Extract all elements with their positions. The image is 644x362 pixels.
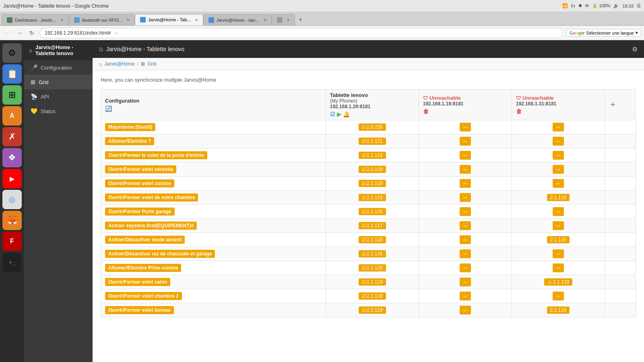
dock-icon-app4[interactable]: ✗ xyxy=(2,127,22,146)
shield-icon-col2: 🛡 xyxy=(423,95,428,101)
row-label[interactable]: Ouvrir/Fermer le volet de la porte d'ent… xyxy=(105,151,207,159)
row-label[interactable]: Activer/Désactiver rez de chaussée et ga… xyxy=(105,250,215,258)
row-empty-col xyxy=(605,261,636,275)
row-label[interactable]: Ouvrir/Fermer volet de notre chambre xyxy=(105,193,198,202)
row-version-col1: ☑ 2.1.117 xyxy=(326,219,419,233)
breadcrumb: ⌂ Jarvis@Home / ⊞ Grid xyxy=(93,58,644,70)
home-icon: ⌂ xyxy=(29,47,32,53)
tab-label: bluetooth sur RPI3... xyxy=(82,18,122,23)
version-badge: ☑ 2.0.235 xyxy=(359,123,386,131)
tab-jarvis-tablette[interactable]: Jarvis@Home - Tab... ✕ xyxy=(135,14,203,25)
version-badge: ☑ 2.1.120 xyxy=(359,264,386,272)
sync-icon[interactable]: 🔄 xyxy=(105,105,112,112)
row-version-col1: ☑ 2.1.116 xyxy=(326,233,419,247)
dock-icon-chrome[interactable]: ◎ xyxy=(2,190,22,209)
settings-gear-button[interactable]: ⚙ xyxy=(632,45,638,53)
col-header-tablette: Tablette lenovo (My Phones) 192.168.1.29… xyxy=(326,90,419,120)
row-version-col3: ↔ xyxy=(512,134,605,148)
breadcrumb-home-link[interactable]: Jarvis@Home xyxy=(104,61,135,67)
row-label[interactable]: Ouvrir/Fermer volet cuisine xyxy=(105,179,174,187)
address-input[interactable]: 192.168.1.29:8181/index.html# ☆ xyxy=(39,28,563,38)
row-label[interactable]: Ouvrir/Fermer volet véranda xyxy=(105,165,176,173)
row-version-col3: ↔ xyxy=(512,205,605,219)
row-label-cell: Allumer/Eteindre Prise cuisine xyxy=(101,261,326,275)
browser-right-tools: Google Sélectionner une langue ▾ xyxy=(566,29,641,37)
back-button[interactable]: ← xyxy=(3,29,12,37)
sidebar-item-configuration[interactable]: 🎤 Configuration xyxy=(24,60,93,75)
tab-favicon xyxy=(74,17,80,23)
tab-close[interactable]: ✕ xyxy=(60,18,64,22)
dock-icon-firefox[interactable]: 🦊 xyxy=(2,211,22,230)
dock-icon-terminal[interactable]: >_ xyxy=(2,253,22,272)
bookmark-star[interactable]: ☆ xyxy=(114,30,119,36)
row-version-col1: ☑ 2.1.120 xyxy=(326,205,419,219)
delete-col2-button[interactable]: 🗑 xyxy=(423,108,429,115)
unreachable-icon: ↔ xyxy=(460,179,471,188)
row-version-col3: ↔ xyxy=(512,289,605,303)
unreachable-icon: ↔ xyxy=(460,221,471,230)
row-label-cell: Activer/Désactiver rez de chaussée et ga… xyxy=(101,247,326,261)
row-version-col2: ↔ xyxy=(419,148,512,162)
row-label[interactable]: Activer #system.first(EQUIPEMENT)# xyxy=(105,222,197,230)
row-label-cell: Ouvrir/Fermer volet véranda xyxy=(101,162,326,177)
row-label[interactable]: Activer/Désactiver mode absent xyxy=(105,236,185,244)
row-version-col2: ↔ xyxy=(419,162,512,177)
dock-icon-youtube[interactable]: ▶ xyxy=(2,169,22,188)
translate-box[interactable]: Google Sélectionner une langue ▾ xyxy=(566,29,641,37)
row-version-col2: ↔ xyxy=(419,289,512,303)
table-row: Allumer/Eteindre 7☑ 2.1.121↔↔ xyxy=(101,134,636,148)
row-label[interactable]: Allumer/Eteindre Prise cuisine xyxy=(105,264,181,272)
checkbox-icon[interactable]: ☑ xyxy=(330,111,335,117)
forward-button[interactable]: → xyxy=(15,29,24,37)
row-label-cell: Activer/Désactiver mode absent xyxy=(101,233,326,247)
tab-jarvis-sans[interactable]: Jarvis@Home - san... ✕ xyxy=(203,14,272,25)
menu-icon[interactable]: ☰ xyxy=(637,3,641,8)
row-label[interactable]: Ouvrir/Fermer volet chambre 2 xyxy=(105,292,182,300)
row-label-cell: Allumer/Eteindre 7 xyxy=(101,134,326,148)
row-empty-col xyxy=(605,134,636,148)
row-label[interactable]: Ouvrir/Fermer volet salon xyxy=(105,278,170,286)
table-row: Activer/Désactiver rez de chaussée et ga… xyxy=(101,247,636,261)
dock-icon-notes[interactable]: 📋 xyxy=(2,64,22,84)
add-column-button[interactable]: + xyxy=(609,99,617,111)
delete-col3-button[interactable]: 🗑 xyxy=(516,108,522,115)
tab-close[interactable]: ✕ xyxy=(287,18,290,22)
row-label-cell: Ouvrir/Fermer volet cuisine xyxy=(101,177,326,191)
dock-icon-filezilla[interactable]: F xyxy=(2,232,22,251)
tab-close[interactable]: ✕ xyxy=(263,18,266,22)
tab-empty[interactable]: ✕ xyxy=(272,14,295,25)
tab-close[interactable]: ✕ xyxy=(126,18,130,22)
dock-icon-app3[interactable]: A xyxy=(2,106,22,125)
row-version-col1: ☑ 2.1.120 xyxy=(326,261,419,275)
clock: 19:33 xyxy=(622,4,634,8)
tab-dashboard[interactable]: Dashboard - Jeedo... ✕ xyxy=(2,14,69,25)
row-label[interactable]: Ouvrir/Fermer Porte garage xyxy=(105,208,175,216)
bell-icon[interactable]: 🔔 xyxy=(343,111,350,117)
row-version-col2: ↔ xyxy=(419,219,512,233)
tab-bluetooth[interactable]: bluetooth sur RPI3... ✕ xyxy=(69,14,135,25)
refresh-button[interactable]: ↻ xyxy=(27,29,36,37)
sidebar-item-api[interactable]: 📡 API xyxy=(24,89,93,104)
sidebar-item-status[interactable]: 💛 Status xyxy=(24,104,93,118)
breadcrumb-current-link[interactable]: Grid xyxy=(147,61,157,67)
dock-icon-app5[interactable]: ❖ xyxy=(2,148,22,167)
row-label[interactable]: Ouvrir/Fermer volet bureau xyxy=(105,306,174,314)
mail-icon: ✉ xyxy=(585,3,589,8)
tab-favicon xyxy=(7,17,12,23)
tab-close[interactable]: ✕ xyxy=(195,18,198,22)
sidebar-item-grid[interactable]: ⊞ Grid xyxy=(24,75,93,89)
row-version-col3: ↔ xyxy=(512,177,605,191)
row-version-col2: ↔ xyxy=(419,233,512,247)
row-label[interactable]: Majordome (Gentil) xyxy=(105,123,155,131)
row-label[interactable]: Allumer/Eteindre 7 xyxy=(105,137,154,145)
new-tab-button[interactable]: + xyxy=(295,14,306,25)
play-icon[interactable]: ▶ xyxy=(337,111,341,117)
table-row: Ouvrir/Fermer le volet de la porte d'ent… xyxy=(101,148,636,162)
row-label-cell: Ouvrir/Fermer Porte garage xyxy=(101,205,326,219)
table-row: Ouvrir/Fermer volet véranda☑ 2.1.119↔↔ xyxy=(101,162,636,177)
table-row: Activer #system.first(EQUIPEMENT)#☑ 2.1.… xyxy=(101,219,636,233)
row-empty-col xyxy=(605,205,636,219)
grid-table: Configuration 🔄 Tablette lenovo (My Phon… xyxy=(101,89,636,317)
dock-icon-grid[interactable]: ⊞ xyxy=(2,85,22,105)
dock-icon-settings[interactable]: ⚙ xyxy=(2,43,22,63)
